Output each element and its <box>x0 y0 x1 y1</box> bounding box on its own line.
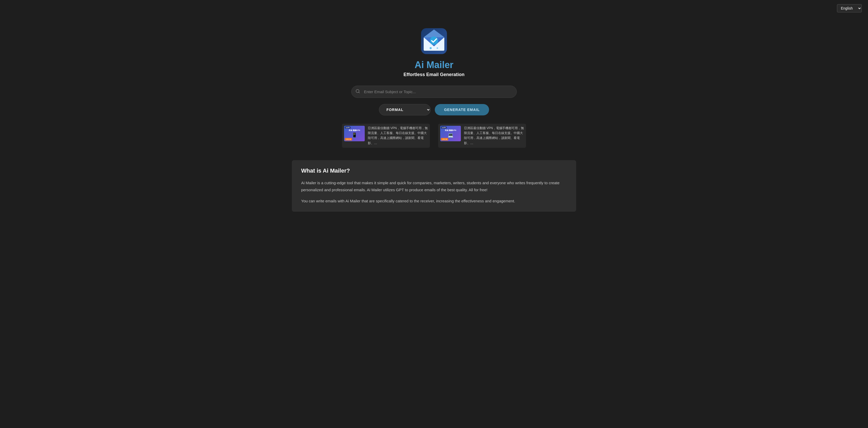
svg-line-8 <box>359 92 359 93</box>
email-subject-input[interactable] <box>351 86 517 98</box>
ad-card-2[interactable]: auvPN 高速 翻牆VPN 💻 立即訂閱 亞洲區最佳翻牆 VPN，電腦手機都可… <box>438 124 526 148</box>
ad-text-1: 亞洲區最佳翻牆 VPN，電腦手機都可用，無限流量、人工客服、每日在線支援。中國大… <box>368 126 428 146</box>
ad-label-1: auvPN <box>345 126 350 129</box>
search-bar-container <box>351 86 517 98</box>
ads-row: auvPN 高速 翻牆VPN 📱 立即訂閱 亞洲區最佳翻牆 VPN，電腦手機都可… <box>342 124 526 148</box>
ad-text-2: 亞洲區最佳翻牆 VPN，電腦手機都可用，無限流量、人工客服、每日在線支援。中國大… <box>464 126 524 146</box>
what-is-paragraph-1: Ai Mailer is a cutting-edge tool that ma… <box>301 179 567 193</box>
what-is-title: What is Ai Mailer? <box>301 167 567 174</box>
ad-thumb-btn-1: 立即訂閱 <box>345 138 352 141</box>
ad-thumbnail-2: auvPN 高速 翻牆VPN 💻 立即訂閱 <box>440 126 461 141</box>
ad-thumb-text-1: 高速 翻牆VPN <box>349 129 360 132</box>
what-is-paragraph-2: You can write emails with Ai Mailer that… <box>301 197 567 204</box>
what-is-body: Ai Mailer is a cutting-edge tool that ma… <box>301 179 567 204</box>
what-is-section: What is Ai Mailer? Ai Mailer is a cuttin… <box>292 160 576 212</box>
ad-label-2: auvPN <box>441 126 447 129</box>
app-title: Ai Mailer <box>414 59 454 70</box>
generate-email-button[interactable]: GENERATE EMAIL <box>435 104 489 115</box>
search-icon <box>355 89 360 95</box>
app-logo-icon <box>420 27 448 55</box>
controls-row: FORMAL CASUAL PROFESSIONAL FRIENDLY PERS… <box>379 104 489 115</box>
main-container: Ai Mailer Effortless Email Generation FO… <box>0 17 868 235</box>
ad-thumbnail-1: auvPN 高速 翻牆VPN 📱 立即訂閱 <box>344 126 365 141</box>
svg-point-4 <box>430 36 438 45</box>
tone-selector[interactable]: FORMAL CASUAL PROFESSIONAL FRIENDLY PERS… <box>379 104 431 115</box>
top-bar: English 中文 日本語 한국어 Español Français Deut… <box>0 0 868 17</box>
ad-card-1[interactable]: auvPN 高速 翻牆VPN 📱 立即訂閱 亞洲區最佳翻牆 VPN，電腦手機都可… <box>342 124 430 148</box>
svg-point-6 <box>437 47 438 49</box>
language-selector[interactable]: English 中文 日本語 한국어 Español Français Deut… <box>837 4 862 12</box>
logo-section: Ai Mailer Effortless Email Generation <box>403 27 465 77</box>
app-subtitle: Effortless Email Generation <box>403 72 465 77</box>
svg-point-5 <box>430 47 432 49</box>
ad-thumb-text-2: 高速 翻牆VPN <box>445 129 456 132</box>
ad-thumb-btn-2: 立即訂閱 <box>441 138 448 141</box>
